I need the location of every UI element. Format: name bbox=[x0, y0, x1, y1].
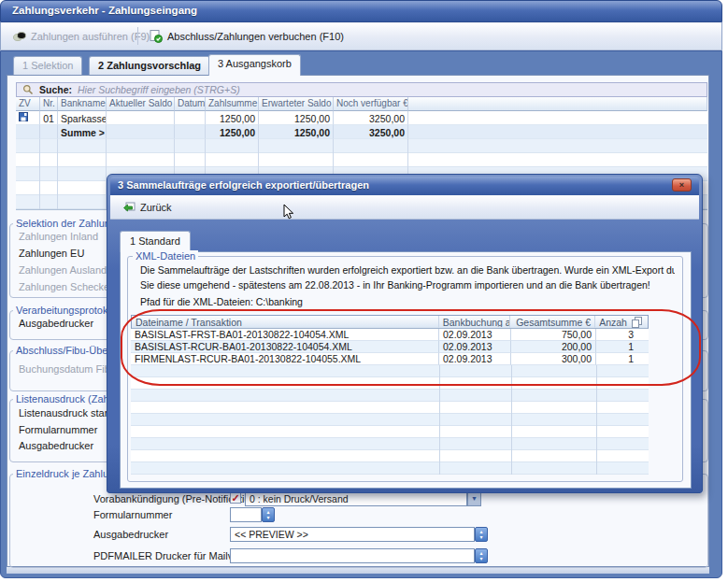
sum-zahlsumme: 1250,00 bbox=[206, 125, 259, 139]
tab-zahlungsvorschlag[interactable]: 2 Zahlungsvorschlag bbox=[89, 56, 210, 75]
back-button[interactable]: Zurück bbox=[118, 198, 177, 216]
col-noch-verfuegbar[interactable]: Noch verfügbar € bbox=[334, 97, 408, 111]
cell-zv bbox=[16, 111, 40, 125]
table-sum-row: Summe > 1250,00 1250,00 3250,00 bbox=[16, 125, 707, 139]
dialog-message-line1: Die Sammelaufträge der Lastschriften wur… bbox=[140, 264, 675, 276]
col-bankname[interactable]: Bankname bbox=[58, 97, 107, 111]
col-aktueller-saldo[interactable]: Aktueller Saldo € bbox=[107, 97, 175, 111]
ausgabedrucker-spinner[interactable]: ▴▾ bbox=[475, 527, 488, 542]
sidebar-item-zahlungen-ausland[interactable]: Zahlungen Ausland bbox=[19, 264, 107, 276]
toolbar-separator bbox=[137, 27, 138, 45]
annotation-red-oval bbox=[121, 309, 701, 386]
dialog-tab-label: 1 Standard bbox=[130, 235, 180, 247]
dialog-tab-standard[interactable]: 1 Standard bbox=[120, 231, 191, 252]
mouse-cursor bbox=[283, 204, 295, 223]
formularnummer-field[interactable] bbox=[230, 507, 262, 522]
sidebar-item-zahlungen-schecke[interactable]: Zahlungen Schecke bbox=[19, 281, 109, 292]
cell-zahlsumme: 1250,00 bbox=[206, 111, 259, 125]
xml-dateien-label: XML-Dateien bbox=[133, 250, 198, 262]
sidebar-item-listenausdruck-start[interactable]: Listenausdruck start bbox=[19, 407, 110, 419]
cell-erwarteter-saldo: 1250,00 bbox=[259, 111, 334, 125]
col-zahlsumme[interactable]: Zahlsumme € bbox=[206, 97, 259, 111]
tab-zahlungsvorschlag-label: 2 Zahlungsvorschlag bbox=[98, 60, 201, 71]
main-toolbar: Zahlungen ausführen (F9) Abschluss/Zahlu… bbox=[0, 22, 722, 50]
prenotification-checkbox[interactable]: ✓ bbox=[230, 492, 241, 504]
execute-payments-label: Zahlungen ausführen (F9) bbox=[31, 31, 150, 42]
cell-bankname: Sparkasse bbox=[58, 111, 107, 125]
search-label: Suche: bbox=[39, 84, 72, 95]
sum-noch-verfuegbar: 3250,00 bbox=[334, 125, 408, 139]
col-erwarteter-saldo[interactable]: Erwarteter Saldo € bbox=[259, 97, 334, 111]
group-einzeldruck-label: Einzeldruck je Zahlun bbox=[13, 468, 117, 479]
back-label: Zurück bbox=[140, 202, 172, 213]
window-title: Zahlungsverkehr - Zahlungseingang bbox=[12, 5, 197, 16]
back-arrow-icon bbox=[122, 202, 136, 213]
execute-payments-button[interactable]: Zahlungen ausführen (F9) bbox=[7, 26, 156, 46]
dialog-message-line2: Sie diese umgehend - spätestens am 22.08… bbox=[140, 279, 675, 291]
formularnummer-label: Formularnummer bbox=[93, 509, 172, 520]
tab-ausgangskorb[interactable]: 3 Ausgangskorb bbox=[208, 54, 301, 76]
sidebar-item-formularnummer[interactable]: Formularnummer bbox=[19, 424, 97, 435]
coins-icon bbox=[13, 31, 26, 42]
prenotification-dropdown-icon[interactable]: ▼ bbox=[467, 491, 481, 506]
sum-label: Summe > bbox=[58, 125, 107, 139]
col-zv[interactable]: ZV bbox=[16, 97, 40, 111]
main-table-header[interactable]: ZV Nr. Bankname Aktueller Saldo € Datum … bbox=[16, 97, 707, 111]
window-bottom-strip bbox=[7, 567, 709, 574]
sidebar-item-zahlungen-eu[interactable]: Zahlungen EU bbox=[19, 248, 84, 259]
cell-nr: 01 bbox=[40, 111, 58, 125]
dialog-path-line: Pfad für die XML-Dateien: C:\banking bbox=[140, 296, 675, 307]
sum-erwarteter-saldo: 1250,00 bbox=[259, 125, 334, 139]
search-icon bbox=[22, 84, 34, 95]
group-selektion-label: Selektion der Zahlung bbox=[13, 218, 119, 229]
ausgabedrucker-label: Ausgabedrucker bbox=[93, 529, 168, 540]
tab-selektion-label: 1 Selektion bbox=[22, 60, 73, 71]
table-row[interactable]: 01 Sparkasse 1250,00 1250,00 3250,00 bbox=[16, 111, 707, 125]
book-payments-button[interactable]: Abschluss/Zahlungen verbuchen (F10) bbox=[143, 26, 350, 46]
close-icon[interactable]: × bbox=[672, 178, 692, 192]
pdfmailer-combo[interactable] bbox=[230, 548, 475, 563]
sidebar-item-ausgabedrucker-1[interactable]: Ausgabedrucker bbox=[19, 318, 93, 329]
cell-aktueller-saldo bbox=[107, 111, 175, 125]
book-payments-label: Abschluss/Zahlungen verbuchen (F10) bbox=[167, 31, 344, 42]
group-listenausdruck-label: Listenausdruck (Zahlu bbox=[13, 393, 120, 405]
dialog-toolbar: Zurück bbox=[110, 195, 699, 220]
search-bar[interactable]: Suche: Hier Suchbegriff eingeben (STRG+S… bbox=[16, 82, 707, 97]
ausgabedrucker-combo[interactable]: << PREVIEW >> bbox=[230, 527, 475, 542]
cell-datum bbox=[175, 111, 206, 125]
cell-noch-verfuegbar: 3250,00 bbox=[334, 111, 408, 125]
document-check-icon bbox=[150, 30, 163, 43]
sidebar-item-ausgabedrucker-2[interactable]: Ausgabedrucker bbox=[19, 440, 93, 451]
save-disk-icon bbox=[19, 112, 28, 121]
tab-ausgangskorb-label: 3 Ausgangskorb bbox=[218, 58, 292, 69]
tab-selektion[interactable]: 1 Selektion bbox=[13, 56, 82, 75]
window-titlebar: Zahlungsverkehr - Zahlungseingang bbox=[0, 0, 722, 22]
dialog-titlebar: 3 Sammelaufträge erfolgreich exportiert/… bbox=[110, 177, 699, 195]
group-abschluss-label: Abschluss/Fibu-Überg bbox=[13, 345, 120, 356]
prenotification-combo[interactable]: 0 : kein Druck/Versand bbox=[245, 491, 467, 506]
col-filler bbox=[408, 97, 707, 111]
group-verarbeitung-label: Verarbeitungsprotoko bbox=[13, 305, 117, 316]
col-nr[interactable]: Nr. bbox=[40, 97, 58, 111]
screen: Zahlungsverkehr - Zahlungseingang Zahlun… bbox=[0, 0, 728, 582]
col-datum[interactable]: Datum bbox=[175, 97, 206, 111]
dialog-title: 3 Sammelaufträge erfolgreich exportiert/… bbox=[118, 179, 369, 191]
sidebar-item-buchungsdatum[interactable]: Buchungsdatum Fib bbox=[19, 363, 110, 375]
pdfmailer-spinner[interactable]: ▴▾ bbox=[475, 548, 488, 563]
formularnummer-spinner[interactable]: ▴▾ bbox=[262, 507, 275, 522]
search-input[interactable]: Hier Suchbegriff eingeben (STRG+S) bbox=[78, 84, 240, 95]
sidebar-item-zahlungen-inland[interactable]: Zahlungen Inland bbox=[19, 231, 98, 242]
